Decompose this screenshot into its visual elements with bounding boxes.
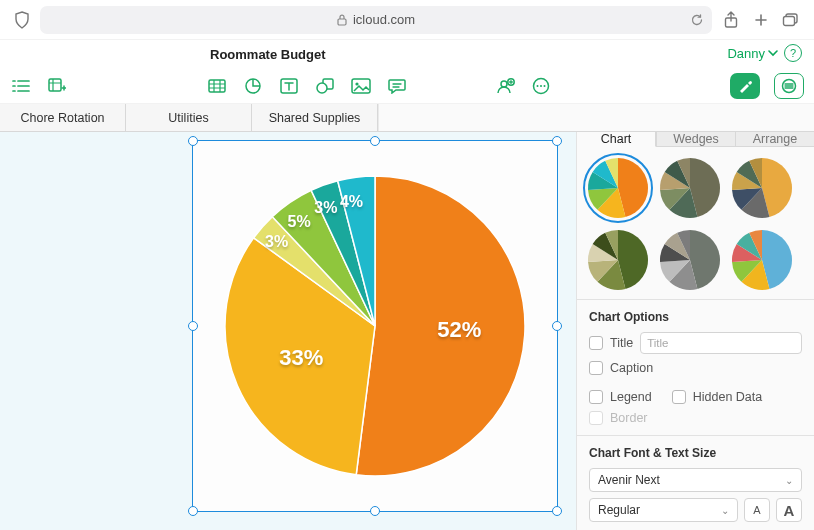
chevron-down-icon: ⌄ [785, 475, 793, 486]
section-heading: Chart Font & Text Size [589, 446, 802, 460]
chart-style-option[interactable] [659, 157, 721, 219]
document-title-row: Roommate Budget [0, 40, 814, 68]
checkbox-border [589, 411, 603, 425]
select-value: Regular [598, 503, 640, 517]
sidebar-tab-chart[interactable]: Chart [577, 132, 656, 147]
pie-chart[interactable]: 52%33%3%5%3%4% [220, 171, 530, 481]
sidebar-tab-wedges[interactable]: Wedges [656, 132, 735, 147]
pie-slice-label: 5% [288, 213, 311, 231]
checkbox-legend[interactable] [589, 390, 603, 404]
font-size-decrease[interactable]: A [744, 498, 770, 522]
resize-handle[interactable] [370, 136, 380, 146]
svg-point-17 [544, 85, 546, 87]
option-label: Title [610, 336, 633, 350]
sheet-tab[interactable]: Utilities [126, 104, 252, 131]
sheet-tab[interactable]: Shared Supplies [252, 104, 378, 131]
svg-point-12 [501, 81, 507, 87]
resize-handle[interactable] [188, 136, 198, 146]
font-size-increase[interactable]: A [776, 498, 802, 522]
pie-slice-label: 33% [279, 345, 323, 371]
resize-handle[interactable] [370, 506, 380, 516]
sheet-tab-label: Shared Supplies [269, 111, 361, 125]
user-menu[interactable]: Danny [727, 46, 778, 61]
sheet-tabs: Chore Rotation Utilities Shared Supplies [0, 104, 814, 132]
checkbox-caption[interactable] [589, 361, 603, 375]
option-label: Border [610, 411, 648, 425]
sheet-tab-label: Chore Rotation [20, 111, 104, 125]
insert-image-icon[interactable] [350, 75, 372, 97]
tab-label: Arrange [753, 132, 797, 146]
checkbox-title[interactable] [589, 336, 603, 350]
insert-sheet-icon[interactable] [46, 75, 68, 97]
insert-shape-icon[interactable] [314, 75, 336, 97]
list-view-icon[interactable] [10, 75, 32, 97]
collaborate-icon[interactable] [494, 75, 516, 97]
sidebar-tabs: Chart Wedges Arrange [577, 132, 814, 147]
sidebar-tab-arrange[interactable]: Arrange [735, 132, 814, 147]
select-value: Avenir Next [598, 473, 660, 487]
document-title: Roommate Budget [210, 47, 326, 62]
chart-style-option[interactable] [731, 157, 793, 219]
svg-point-15 [537, 85, 539, 87]
pie-slice-label: 52% [437, 317, 481, 343]
organize-panel-button[interactable] [774, 73, 804, 99]
svg-rect-5 [209, 80, 225, 92]
canvas[interactable]: 52%33%3%5%3%4% [0, 132, 576, 530]
chart-style-grid [577, 147, 814, 300]
resize-handle[interactable] [552, 506, 562, 516]
option-label: Legend [610, 390, 652, 404]
share-icon[interactable] [720, 9, 742, 31]
chevron-down-icon: ⌄ [721, 505, 729, 516]
resize-handle[interactable] [552, 321, 562, 331]
insert-chart-icon[interactable] [242, 75, 264, 97]
chart-selection[interactable]: 52%33%3%5%3%4% [192, 140, 558, 512]
chevron-down-icon [768, 49, 778, 57]
tab-label: Chart [601, 132, 632, 146]
sheet-tab-area [378, 104, 814, 131]
pie-slice-label: 3% [314, 199, 337, 217]
sheet-tab[interactable]: Chore Rotation [0, 104, 126, 131]
chart-style-option[interactable] [587, 229, 649, 291]
insert-table-icon[interactable] [206, 75, 228, 97]
svg-rect-4 [49, 79, 61, 91]
font-weight-select[interactable]: Regular ⌄ [589, 498, 738, 522]
main: 52%33%3%5%3%4% Chart Wedges Arrange Char… [0, 132, 814, 530]
tab-label: Wedges [673, 132, 719, 146]
option-legend-row: Legend [589, 390, 652, 404]
chart-style-option[interactable] [659, 229, 721, 291]
svg-point-16 [540, 85, 542, 87]
tabs-icon[interactable] [780, 9, 802, 31]
insert-comment-icon[interactable] [386, 75, 408, 97]
option-label: Hidden Data [693, 390, 763, 404]
app-toolbar [0, 68, 814, 104]
sheet-tab-label: Utilities [168, 111, 208, 125]
reload-icon[interactable] [690, 13, 704, 27]
resize-handle[interactable] [188, 506, 198, 516]
option-hidden-row: Hidden Data [672, 390, 763, 404]
checkbox-hidden[interactable] [672, 390, 686, 404]
chart-style-option[interactable] [587, 157, 649, 219]
help-icon[interactable]: ? [784, 44, 802, 62]
option-title-row: Title Title [589, 332, 802, 354]
browser-toolbar: icloud.com [0, 0, 814, 40]
more-icon[interactable] [530, 75, 552, 97]
svg-point-9 [317, 83, 327, 93]
format-sidebar: Chart Wedges Arrange Chart Options Title… [576, 132, 814, 530]
account-area: Danny ? [727, 44, 802, 62]
option-border-row: Border [589, 411, 802, 425]
resize-handle[interactable] [552, 136, 562, 146]
insert-text-icon[interactable] [278, 75, 300, 97]
privacy-shield-icon[interactable] [12, 10, 32, 30]
font-family-select[interactable]: Avenir Next ⌄ [589, 468, 802, 492]
address-bar[interactable]: icloud.com [40, 6, 712, 34]
chart-style-option[interactable] [731, 229, 793, 291]
chart-options-section: Chart Options Title Title Caption Legend… [577, 300, 814, 436]
resize-handle[interactable] [188, 321, 198, 331]
new-tab-icon[interactable] [750, 9, 772, 31]
label: A [753, 504, 760, 516]
title-input[interactable]: Title [640, 332, 802, 354]
pie-slice-label: 3% [265, 233, 288, 251]
section-heading: Chart Options [589, 310, 802, 324]
format-panel-button[interactable] [730, 73, 760, 99]
svg-rect-0 [338, 19, 346, 25]
